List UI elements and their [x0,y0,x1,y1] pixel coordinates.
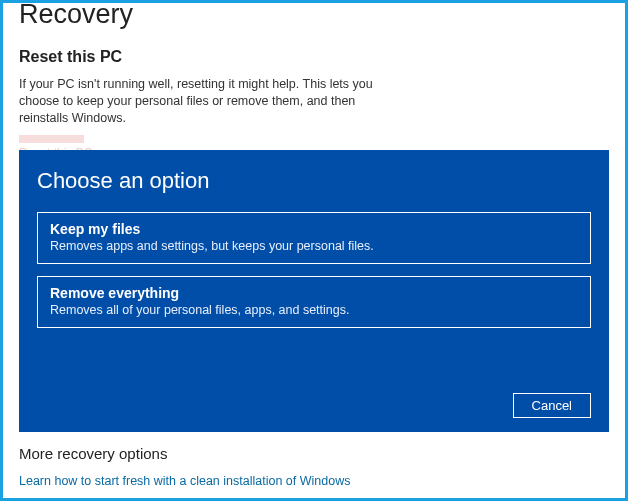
option-title: Keep my files [50,221,578,237]
choose-option-dialog: Choose an option Keep my files Removes a… [19,150,609,432]
more-recovery-title: More recovery options [19,445,350,462]
option-description: Removes all of your personal files, apps… [50,303,578,317]
start-fresh-link[interactable]: Learn how to start fresh with a clean in… [19,474,350,488]
option-title: Remove everything [50,285,578,301]
dialog-title: Choose an option [37,168,591,194]
reset-section-description: If your PC isn't running well, resetting… [19,76,399,127]
page-title: Recovery [19,0,609,30]
reset-section-title: Reset this PC [19,48,609,66]
option-description: Removes apps and settings, but keeps you… [50,239,578,253]
get-started-button-disabled-indicator [19,135,84,143]
option-remove-everything[interactable]: Remove everything Removes all of your pe… [37,276,591,328]
cancel-button[interactable]: Cancel [513,393,591,418]
option-keep-my-files[interactable]: Keep my files Removes apps and settings,… [37,212,591,264]
